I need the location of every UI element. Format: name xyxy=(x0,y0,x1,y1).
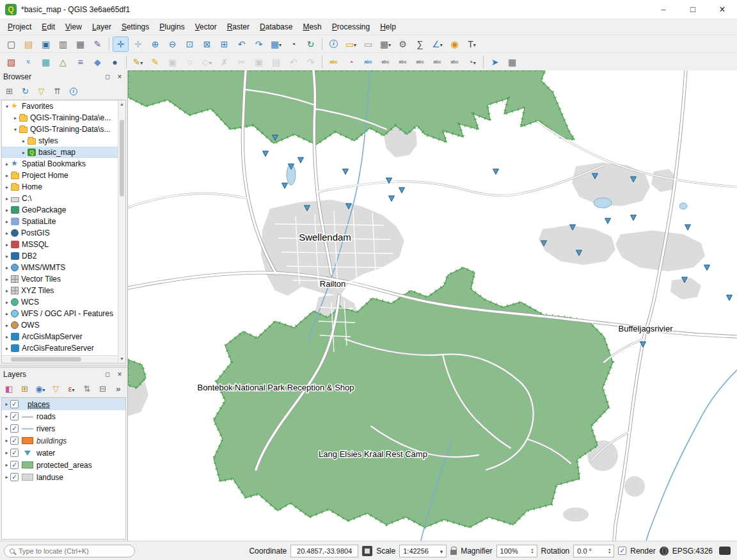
spinner-arrows-icon[interactable] xyxy=(532,548,534,554)
layer-item-rivers[interactable]: ▸rivers xyxy=(2,422,125,435)
browser-item-project-home[interactable]: ▸Project Home xyxy=(2,170,118,181)
scroll-up-icon[interactable]: ▲ xyxy=(118,100,125,108)
browser-item-qgis-training-data-e[interactable]: ▸QGIS-Training-Data\e... xyxy=(2,112,118,124)
zoom-last-button[interactable]: ↶ xyxy=(234,36,250,52)
browser-item-geopackage[interactable]: ▸GeoPackage xyxy=(2,204,118,216)
expander-icon[interactable]: ▸ xyxy=(20,138,28,144)
zoom-full-button[interactable]: ⊡ xyxy=(182,36,198,52)
scale-combo[interactable]: 1:42256 xyxy=(399,545,447,557)
browser-item-ows[interactable]: ▸OWS xyxy=(2,319,118,331)
expander-icon[interactable]: ▸ xyxy=(3,438,10,444)
browser-item-wms-wmts[interactable]: ▸WMS/WMTS xyxy=(2,262,118,273)
browser-item-vector-tiles[interactable]: ▸Vector Tiles xyxy=(2,273,118,285)
expander-icon[interactable]: ▸ xyxy=(3,196,11,202)
expander-icon[interactable]: ▸ xyxy=(3,426,10,431)
expand-collapse-button[interactable]: ⇅ xyxy=(80,382,94,396)
scrollbar-thumb[interactable] xyxy=(11,357,81,362)
layer-labeling-button[interactable]: abc xyxy=(326,54,342,70)
expander-icon[interactable]: ▸ xyxy=(3,462,10,468)
layer-diagram-button[interactable]: ◔ xyxy=(343,54,359,70)
layer-item-water[interactable]: ▸water xyxy=(2,447,125,459)
layer-item-buildings[interactable]: ▸buildings xyxy=(2,435,125,447)
show-layout-manager-button[interactable]: ▦ xyxy=(72,36,88,52)
filter-legend-button[interactable]: ▽ xyxy=(49,382,63,396)
select-features-button[interactable]: ▭ xyxy=(343,36,359,52)
open-attribute-table-button[interactable]: ▦ xyxy=(377,36,393,52)
browser-item-mssql[interactable]: ▸MSSQL xyxy=(2,239,118,250)
menu-database[interactable]: Database xyxy=(255,20,297,33)
render-checkbox[interactable] xyxy=(618,547,626,555)
expander-icon[interactable]: ▸ xyxy=(3,334,11,340)
browser-item-basic-map[interactable]: ▸basic_map xyxy=(2,147,118,158)
epsg-label[interactable]: EPSG:4326 xyxy=(672,547,713,556)
expander-icon[interactable]: ▸ xyxy=(3,242,11,248)
expander-icon[interactable]: ▸ xyxy=(3,219,11,225)
browser-item-spatialite[interactable]: ▸SpatiaLite xyxy=(2,216,118,227)
change-label-button[interactable]: abc xyxy=(447,54,463,70)
current-edits-button[interactable]: ✎ xyxy=(130,54,146,70)
toggle-editing-button[interactable]: ✎ xyxy=(147,54,163,70)
layer-item-places[interactable]: ▸places xyxy=(2,398,125,410)
save-project-button[interactable]: ▣ xyxy=(38,36,54,52)
expander-icon[interactable]: ▸ xyxy=(3,450,10,456)
refresh-map-button[interactable]: ↻ xyxy=(303,36,319,52)
expander-icon[interactable]: ▸ xyxy=(3,161,11,167)
menu-raster[interactable]: Raster xyxy=(222,20,255,33)
browser-item-wfs-ogc-api-features[interactable]: ▸WFS / OGC API - Features xyxy=(2,308,118,319)
text-annotation-button[interactable]: T xyxy=(464,36,480,52)
menu-view[interactable]: View xyxy=(60,20,87,33)
locate-input[interactable] xyxy=(19,547,129,555)
layer-visibility-checkbox[interactable] xyxy=(10,424,19,433)
browser-collapse-all-button[interactable]: ⇈ xyxy=(50,84,65,99)
rotation-spinbox[interactable]: 0.0 ° xyxy=(573,545,614,557)
add-delimited-text-layer-button[interactable]: ≡ xyxy=(72,54,88,70)
add-mesh-layer-button[interactable]: △ xyxy=(55,54,71,70)
lock-scale-icon[interactable] xyxy=(450,550,457,555)
expander-icon[interactable]: ▸ xyxy=(3,311,11,317)
minimize-button[interactable] xyxy=(649,0,678,19)
maximize-button[interactable] xyxy=(678,0,708,19)
layer-visibility-checkbox[interactable] xyxy=(10,400,19,408)
expander-icon[interactable]: ▸ xyxy=(3,230,11,236)
rotate-label-button[interactable]: abc xyxy=(429,54,445,70)
layer-item-landuse[interactable]: ▸landuse xyxy=(2,471,125,483)
zoom-out-button[interactable]: ⊖ xyxy=(164,36,180,52)
expander-icon[interactable]: ▸ xyxy=(12,115,19,121)
browser-item-c[interactable]: ▸C:\ xyxy=(2,193,118,204)
browser-float-button[interactable] xyxy=(103,72,112,81)
browser-item-spatial-bookmarks[interactable]: ▸Spatial Bookmarks xyxy=(2,158,118,170)
style-manager-button[interactable]: ✎ xyxy=(90,36,106,52)
browser-refresh-button[interactable]: ↻ xyxy=(18,84,33,99)
layer-visibility-checkbox[interactable] xyxy=(10,461,19,469)
browser-item-xyz-tiles[interactable]: ▸XYZ Tiles xyxy=(2,285,118,296)
magnifier-spinbox[interactable]: 100% xyxy=(496,545,537,557)
expander-icon[interactable]: ▸ xyxy=(3,346,11,351)
metasearch-button[interactable]: ➤ xyxy=(487,54,503,70)
expander-icon[interactable]: ▸ xyxy=(3,253,11,259)
crs-globe-icon[interactable] xyxy=(660,547,669,556)
processing-toolbox-button[interactable]: ⚙ xyxy=(395,36,411,52)
remove-layer-button[interactable]: ⊟ xyxy=(95,382,109,396)
menu-edit[interactable]: Edit xyxy=(36,20,60,33)
statistical-summary-button[interactable]: ∑ xyxy=(412,36,428,52)
spinner-arrows-icon[interactable] xyxy=(608,548,610,554)
add-postgis-layer-button[interactable]: ● xyxy=(107,54,123,70)
toolbox-button[interactable]: ▦ xyxy=(504,54,520,70)
browser-add-layer-button[interactable]: ⊞ xyxy=(2,84,17,99)
locate-bar[interactable] xyxy=(4,545,135,557)
layers-float-button[interactable] xyxy=(103,370,112,379)
add-raster-layer-button[interactable]: ▦ xyxy=(38,54,54,70)
browser-vertical-scrollbar[interactable]: ▲ ▼ xyxy=(118,100,125,363)
menu-layer[interactable]: Layer xyxy=(87,20,116,33)
measure-button[interactable]: ∠ xyxy=(429,36,445,52)
zoom-next-button[interactable]: ↷ xyxy=(251,36,267,52)
add-spatialite-layer-button[interactable]: ◆ xyxy=(90,54,106,70)
coordinate-display[interactable]: 20.4857,-33.9804 xyxy=(290,545,358,557)
browser-item-qgis-training-data-s[interactable]: ▾QGIS-Training-Data\s... xyxy=(2,124,118,135)
browser-close-button[interactable] xyxy=(115,72,124,81)
panel-overflow-button[interactable]: » xyxy=(111,382,125,396)
move-label-button[interactable]: abc xyxy=(412,54,428,70)
browser-properties-button[interactable]: i xyxy=(66,84,81,99)
menu-help[interactable]: Help xyxy=(375,20,401,33)
menu-settings[interactable]: Settings xyxy=(116,20,154,33)
